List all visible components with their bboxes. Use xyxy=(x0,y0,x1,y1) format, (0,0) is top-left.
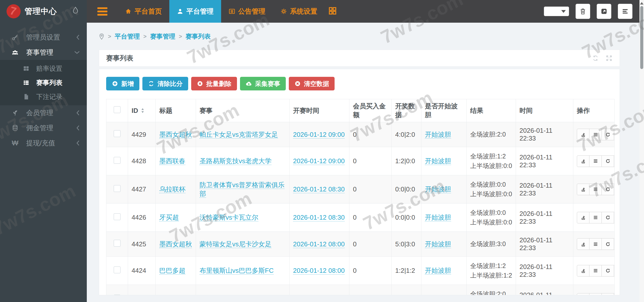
panel-refresh-icon[interactable] xyxy=(592,55,599,62)
title-link[interactable]: 墨西联春 xyxy=(159,157,185,165)
start-bodan-link[interactable]: 开始波胆 xyxy=(425,295,451,295)
op-delete-button[interactable] xyxy=(614,265,615,277)
op-list-button[interactable] xyxy=(589,212,602,223)
op-refresh-button[interactable] xyxy=(601,265,614,277)
op-refresh-button[interactable] xyxy=(601,293,614,295)
toolbar-button-2[interactable]: 清除比分 xyxy=(142,77,188,90)
nav-tab-3[interactable]: 公告管理 xyxy=(221,0,273,23)
row-checkbox[interactable] xyxy=(114,213,120,220)
title-link[interactable]: 墨西女超秋 xyxy=(159,240,192,248)
start-bodan-link[interactable]: 开始波胆 xyxy=(425,240,451,248)
breadcrumb-link-2[interactable]: 赛事管理 xyxy=(150,32,175,41)
op-refresh-button[interactable] xyxy=(601,212,614,223)
breadcrumb-link-1[interactable]: 平台管理 xyxy=(115,32,140,41)
hamburger-menu-icon[interactable] xyxy=(97,6,107,17)
op-refresh-button[interactable] xyxy=(601,155,614,167)
sidebar-item-5[interactable]: ₩ 提现/充值 xyxy=(0,136,87,151)
scroll-up-arrow[interactable] xyxy=(640,2,643,5)
sidebar-item-1[interactable]: 管理员设置 xyxy=(0,30,87,45)
match-link[interactable]: 布里顿斯山vs巴巴多斯FC xyxy=(199,267,274,275)
op-list-button[interactable] xyxy=(589,155,602,167)
page-scrollbar[interactable] xyxy=(639,0,644,302)
match-link[interactable]: 蒙特瑞女足vs尼卡沙女足 xyxy=(199,240,271,248)
start-time-link[interactable]: 2026-01-12 08:00 xyxy=(293,240,345,248)
op-list-button[interactable] xyxy=(589,184,602,195)
row-checkbox[interactable] xyxy=(114,266,120,273)
match-link[interactable]: 巴塞罗那BAvs加利西亚BA xyxy=(199,295,276,295)
toolbar-button-5[interactable]: 清空数据 xyxy=(289,77,335,90)
op-delete-button[interactable] xyxy=(614,293,615,295)
op-delete-button[interactable] xyxy=(614,129,615,140)
start-bodan-link[interactable]: 开始波胆 xyxy=(425,185,451,193)
op-stack-button[interactable] xyxy=(577,184,589,195)
sidebar-subitem-赛事列表[interactable]: 赛事列表 xyxy=(0,76,87,90)
panel-expand-icon[interactable] xyxy=(606,55,613,62)
trash-button[interactable] xyxy=(576,4,590,19)
nav-tab-1[interactable]: 平台首页 xyxy=(117,0,169,23)
op-refresh-button[interactable] xyxy=(601,238,614,250)
op-stack-button[interactable] xyxy=(577,212,589,223)
start-time-link[interactable]: 2026-01-12 08:30 xyxy=(293,214,345,221)
start-time-link[interactable]: 2026-01-12 09:00 xyxy=(293,131,345,139)
op-delete-button[interactable] xyxy=(614,155,615,167)
op-list-button[interactable] xyxy=(589,129,602,140)
match-link[interactable]: 沃特豪斯vs卡瓦立尔 xyxy=(199,214,258,221)
scrollbar-thumb[interactable] xyxy=(640,6,643,69)
row-checkbox[interactable] xyxy=(114,185,120,192)
cell-operations xyxy=(573,122,615,147)
op-list-button[interactable] xyxy=(589,238,602,250)
op-delete-button[interactable] xyxy=(614,184,615,195)
start-time-link[interactable]: 2026-01-12 08:00 xyxy=(293,295,345,295)
op-delete-button[interactable] xyxy=(614,212,615,223)
toolbar-button-1[interactable]: 新增 xyxy=(106,77,139,90)
op-stack-button[interactable] xyxy=(577,129,589,140)
start-time-link[interactable]: 2026-01-12 08:00 xyxy=(293,267,345,275)
top-dropdown[interactable] xyxy=(544,7,569,16)
op-delete-button[interactable] xyxy=(614,238,615,250)
sort-icon[interactable] xyxy=(141,108,145,114)
sidebar-item-3[interactable]: 会员管理 xyxy=(0,105,87,120)
column-header-3: 赛事 xyxy=(196,99,290,122)
op-stack-button[interactable] xyxy=(577,155,589,167)
sidebar-item-2[interactable]: 赛事管理 xyxy=(0,45,87,60)
start-bodan-link[interactable]: 开始波胆 xyxy=(425,267,451,275)
title-link[interactable]: 巴巴亚联 xyxy=(159,295,185,295)
title-link[interactable]: 巴巴多超 xyxy=(159,267,185,275)
op-stack-button[interactable] xyxy=(577,265,589,277)
toolbar-button-4[interactable]: 采集赛事 xyxy=(240,77,286,90)
sidebar-subitem-下注记录[interactable]: 下注记录 xyxy=(0,90,87,104)
nav-tab-2[interactable]: 平台管理 xyxy=(169,0,221,23)
row-checkbox[interactable] xyxy=(114,295,120,295)
grid-apps-icon[interactable] xyxy=(328,7,337,16)
match-link[interactable]: 防卫者体育vs普罗格雷索俱乐部 xyxy=(199,181,285,198)
title-link[interactable]: 牙买超 xyxy=(159,214,179,221)
op-refresh-button[interactable] xyxy=(601,184,614,195)
match-link[interactable]: 圣路易斯竞技vs老虎大学 xyxy=(199,157,271,165)
title-link[interactable]: 乌拉联杯 xyxy=(159,185,185,193)
op-stack-button[interactable] xyxy=(577,293,589,295)
nav-tab-4[interactable]: 系统设置 xyxy=(273,0,325,23)
row-checkbox[interactable] xyxy=(114,130,120,137)
start-time-link[interactable]: 2026-01-12 09:00 xyxy=(293,157,345,165)
cell-buy-in: 0 xyxy=(349,257,392,285)
op-list-button[interactable] xyxy=(589,293,602,295)
toolbar-button-3[interactable]: 批量删除 xyxy=(191,77,237,90)
match-link[interactable]: 帕丘卡女足vs克雷塔罗女足 xyxy=(199,131,278,139)
start-bodan-link[interactable]: 开始波胆 xyxy=(425,214,451,221)
sidebar-subitem-赔率设置[interactable]: 赔率设置 xyxy=(0,61,87,76)
start-time-link[interactable]: 2026-01-12 08:30 xyxy=(293,185,345,193)
row-checkbox[interactable] xyxy=(114,240,120,247)
op-stack-button[interactable] xyxy=(577,238,589,250)
title-link[interactable]: 墨西女超秋 xyxy=(159,131,192,139)
row-checkbox[interactable] xyxy=(114,157,120,164)
column-header-1[interactable]: ID xyxy=(128,99,156,122)
external-link-button[interactable] xyxy=(597,4,611,19)
start-bodan-link[interactable]: 开始波胆 xyxy=(425,131,451,139)
op-list-button[interactable] xyxy=(589,265,602,277)
sidebar-item-4[interactable]: 佣金管理 xyxy=(0,120,87,136)
menu-list-button[interactable] xyxy=(618,4,632,19)
breadcrumb-link-3[interactable]: 赛事列表 xyxy=(186,32,211,41)
select-all-checkbox[interactable] xyxy=(114,106,120,113)
start-bodan-link[interactable]: 开始波胆 xyxy=(425,157,451,165)
op-refresh-button[interactable] xyxy=(601,129,614,140)
